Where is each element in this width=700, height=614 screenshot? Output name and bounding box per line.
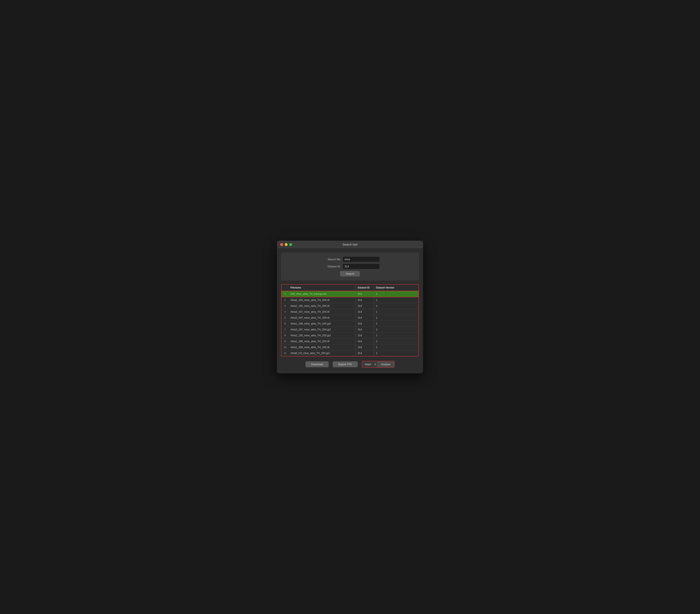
search-btn-row: Search — [287, 271, 413, 277]
download-button[interactable]: Download — [305, 361, 329, 367]
row-dataset-version: 1 — [374, 315, 418, 321]
search-panel: Search file: Dataset ID: Search — [281, 253, 419, 281]
row-filename: Atria3_207_mice_atria_TH_20X.jp2 — [288, 327, 355, 333]
row-filename: Atria2_155_mice_atria_TH_20X.tif — [288, 303, 355, 309]
row-dataset-id: 314 — [355, 321, 374, 327]
row-filename: 208_mice_atria_TH_tracing.xml — [288, 291, 355, 297]
table-row[interactable]: 7 Atria3_207_mice_atria_TH_20X.jp2 314 1 — [282, 327, 418, 333]
row-dataset-id: 314 — [355, 291, 374, 297]
table-row[interactable]: 4 Atria3_207_mice_atria_TH_20X.tif 314 1 — [282, 309, 418, 315]
arrow-up-icon — [374, 363, 376, 364]
table-row[interactable]: 10 Atria1_208_mice_atria_TH_20X.tif 314 … — [282, 344, 418, 350]
row-dataset-id: 314 — [355, 350, 374, 356]
row-num: 3 — [282, 303, 288, 309]
row-filename: Atria2_155_mice_atria_TH_20X.jp2 — [288, 333, 355, 339]
dataset-id-row: Dataset ID: — [287, 264, 413, 269]
row-dataset-version: 1 — [374, 350, 418, 356]
table-row[interactable]: 3 Atria2_155_mice_atria_TH_20X.tif 314 1 — [282, 303, 418, 309]
results-table-container: Filename Dataset ID Dataset Version 1 20… — [281, 284, 419, 356]
table-row[interactable]: 8 Atria2_155_mice_atria_TH_20X.jp2 314 1 — [282, 333, 418, 339]
col-header-dataset-id: Dataset ID — [355, 285, 374, 291]
row-dataset-id: 314 — [355, 309, 374, 315]
minimize-button[interactable] — [285, 243, 288, 246]
analyse-group: heartbrainlungkidney Analyse — [362, 361, 395, 368]
window-title: Search tool — [342, 243, 357, 246]
row-num: 5 — [282, 315, 288, 321]
row-num: 7 — [282, 327, 288, 333]
table-row[interactable]: 6 Atria1_208_mice_atria_TH_20X.jp2 314 1 — [282, 321, 418, 327]
export-vtk-button[interactable]: Export VTK — [333, 361, 358, 367]
row-dataset-id: 314 — [355, 315, 374, 321]
search-button[interactable]: Search — [340, 271, 360, 277]
col-header-dataset-version: Dataset Version — [374, 285, 418, 291]
row-num: 8 — [282, 333, 288, 339]
row-filename: Atria3_207_mice_atria_TH_20X.tif — [288, 315, 355, 321]
row-filename: Atria1_208_mice_atria_TH_20X.tif — [288, 344, 355, 350]
row-dataset-id: 314 — [355, 339, 374, 344]
row-dataset-id: 314 — [355, 333, 374, 339]
table-header-row: Filename Dataset ID Dataset Version — [282, 285, 418, 291]
titlebar: Search tool — [277, 241, 423, 249]
row-dataset-id: 314 — [355, 344, 374, 350]
table-body: 1 208_mice_atria_TH_tracing.xml 314 1 2 … — [282, 291, 418, 356]
col-header-num — [282, 285, 288, 291]
row-num: 4 — [282, 309, 288, 315]
row-dataset-id: 314 — [355, 327, 374, 333]
row-filename: Atria2_155_mice_atria_TH_20X.tif — [288, 297, 355, 303]
row-num: 10 — [282, 344, 288, 350]
analyse-select-wrapper: heartbrainlungkidney — [362, 361, 377, 367]
row-num: 11 — [282, 350, 288, 356]
search-file-label: Search file: — [321, 258, 341, 261]
row-dataset-version: 1 — [374, 327, 418, 333]
row-num: 1 — [282, 291, 288, 297]
row-dataset-id: 314 — [355, 303, 374, 309]
row-filename: Atria6_C6_mice_atria_TH_20X.jp2 — [288, 350, 355, 356]
maximize-button[interactable] — [289, 243, 292, 246]
row-filename: Atria3_207_mice_atria_TH_20X.tif — [288, 309, 355, 315]
row-dataset-version: 1 — [374, 344, 418, 350]
table-row[interactable]: 5 Atria3_207_mice_atria_TH_20X.tif 314 1 — [282, 315, 418, 321]
traffic-lights — [280, 243, 292, 246]
select-arrows-icon — [374, 363, 376, 365]
col-header-filename: Filename — [288, 285, 355, 291]
row-dataset-version: 1 — [374, 297, 418, 303]
row-dataset-version: 1 — [374, 339, 418, 344]
arrow-down-icon — [374, 364, 376, 365]
analyse-select[interactable]: heartbrainlungkidney — [363, 361, 374, 367]
close-button[interactable] — [280, 243, 283, 246]
row-dataset-version: 1 — [374, 333, 418, 339]
table-row[interactable]: 11 Atria6_C6_mice_atria_TH_20X.jp2 314 1 — [282, 350, 418, 356]
row-dataset-version: 1 — [374, 291, 418, 297]
results-table: Filename Dataset ID Dataset Version 1 20… — [282, 285, 418, 356]
content-area: Search file: Dataset ID: Search Filename… — [277, 249, 423, 373]
dataset-id-label: Dataset ID: — [321, 265, 341, 268]
row-num: 9 — [282, 339, 288, 344]
row-dataset-version: 1 — [374, 321, 418, 327]
row-dataset-version: 1 — [374, 303, 418, 309]
row-num: 6 — [282, 321, 288, 327]
row-dataset-id: 314 — [355, 297, 374, 303]
search-file-row: Search file: — [287, 257, 413, 262]
row-num: 2 — [282, 297, 288, 303]
row-filename: Atria1_208_mice_atria_TH_20X.tif — [288, 339, 355, 344]
row-dataset-version: 1 — [374, 309, 418, 315]
table-row[interactable]: 9 Atria1_208_mice_atria_TH_20X.tif 314 1 — [282, 339, 418, 344]
row-filename: Atria1_208_mice_atria_TH_20X.jp2 — [288, 321, 355, 327]
table-row[interactable]: 2 Atria2_155_mice_atria_TH_20X.tif 314 1 — [282, 297, 418, 303]
analyse-button[interactable]: Analyse — [377, 361, 394, 367]
footer: Download Export VTK heartbrainlungkidney… — [281, 360, 419, 369]
search-file-input[interactable] — [343, 257, 379, 262]
table-row[interactable]: 1 208_mice_atria_TH_tracing.xml 314 1 — [282, 291, 418, 297]
main-window: Search tool Search file: Dataset ID: Sea… — [277, 241, 423, 373]
dataset-id-input[interactable] — [343, 264, 379, 269]
